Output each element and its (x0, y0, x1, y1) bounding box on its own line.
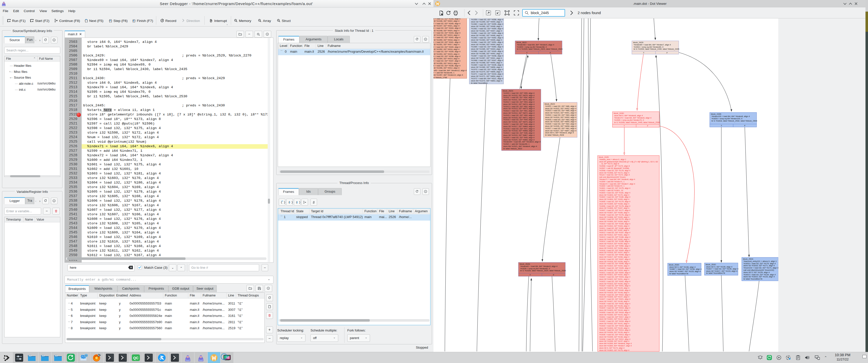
svg-text:block_2430:: block_2430: (614, 112, 624, 115)
svg-text:store i32 %1523, i32* %901, al: store i32 %1523, i32* %901, align 4 (545, 112, 577, 114)
svg-text:%1615 = load i32, i32* %950, a: %1615 = load i32, i32* %950, align 4 (599, 245, 630, 247)
svg-text:store i32 %1628, i32* %145, al: store i32 %1628, i32* %145, align 4 (599, 305, 629, 307)
svg-text:block_2623:: block_2623: (503, 90, 514, 92)
svg-text:%index59 = load i64, i64* %ind: %index59 = load i64, i64* %index4, align… (503, 141, 540, 143)
svg-text:%1612 = load i32, i32* %167, a: %1612 = load i32, i32* %167, align 4 (599, 232, 630, 234)
svg-text:store i32 0, i32* %134, align: store i32 0, i32* %134, align 4 (744, 271, 770, 273)
svg-text:%1633 = load i32, i32* %915, a: %1633 = load i32, i32* %915, align 4 (599, 325, 630, 327)
svg-text:T: T (529, 274, 531, 276)
svg-text:br i1 %1816, label %block_2532: br i1 %1816, label %block_2532, label %b… (712, 120, 757, 122)
svg-text:%1362 = load i32, i32* %353, a: %1362 = load i32, i32* %353, align 4 (471, 32, 503, 34)
svg-text:store i32 %1635, i32* %138, al: store i32 %1635, i32* %138, align 4 (599, 336, 629, 338)
svg-text:%1594 = icmp eq i64 %index69,: %1594 = icmp eq i64 %index69, 0 (633, 46, 663, 48)
svg-text:store i32 %1605, i32* %168, al: store i32 %1605, i32* %168, align 4 (599, 203, 629, 205)
svg-text:store i32 %1610, i32* %163, al: store i32 %1610, i32* %163, align 4 (599, 225, 629, 227)
svg-text:%1627 = load i32, i32* %921, a: %1627 = load i32, i32* %921, align 4 (599, 298, 630, 300)
svg-text:%1519 = load i32, i32* %46, al: %1519 = load i32, i32* %46, align 4 (503, 132, 534, 134)
svg-text:block_2504:: block_2504: (743, 258, 753, 260)
svg-text:%1819 = load i32, i32* %134, a: %1819 = load i32, i32* %134, align 4 (744, 273, 776, 276)
svg-text:store i32 %1512, i32* %874, al: store i32 %1512, i32* %874, align 4 (503, 103, 534, 105)
svg-text:br i1 %1594, label %block_2430: br i1 %1594, label %block_2430, label %b… (633, 48, 680, 50)
svg-text:store i32 %1627, i32* %146, al: store i32 %1627, i32* %146, align 4 (599, 300, 629, 303)
svg-text:%1619 = load i32, i32* %946, a: %1619 = load i32, i32* %946, align 4 (599, 263, 630, 265)
svg-text:store i32 %1519, i32* %867, al: store i32 %1519, i32* %867, align 4 (503, 134, 534, 137)
svg-text:%1359 = load i32, i32* %356, a: %1359 = load i32, i32* %356, align 4 (471, 19, 503, 21)
svg-text:store i32 %1612, i32* %161, al: store i32 %1612, i32* %161, align 4 (599, 234, 629, 236)
svg-text:%1629 = load i32, i32* %919, a: %1629 = load i32, i32* %919, align 4 (599, 307, 630, 309)
svg-text:store i32 %1522, i32* %902, al: store i32 %1522, i32* %902, align 4 (545, 108, 577, 110)
svg-text:store i32 %1598, i32* %172, al: store i32 %1598, i32* %172, align 4 (599, 172, 629, 174)
svg-text:store i32 %1514, i32* %872, al: store i32 %1514, i32* %872, align 4 (503, 112, 534, 114)
svg-text:%index100 = load i64, i64* %in: %index100 = load i64, i64* %index6, alig… (712, 115, 750, 118)
svg-text:br label %block_2628: br label %block_2628 (545, 134, 564, 136)
svg-text:%index62 = load i64, i64* %ind: %index62 = load i64, i64* %index3, align… (520, 265, 558, 268)
svg-text:%1516 = load i32, i32* %49, al: %1516 = load i32, i32* %49, align 4 (503, 119, 534, 121)
svg-text:%1604 = load i32, i32* %180, a: %1604 = load i32, i32* %180, align 4 (599, 196, 630, 198)
svg-text:%1601 = load i32, i32* %175, a: %1601 = load i32, i32* %175, align 4 (599, 187, 630, 189)
svg-text:store i32 %1609, i32* %164, al: store i32 %1609, i32* %164, align 4 (599, 220, 629, 222)
svg-text:store i32 %1603, i32* %170, al: store i32 %1603, i32* %170, align 4 (599, 194, 629, 196)
svg-text:store i32 %1527, i32* %897, al: store i32 %1527, i32* %897, align 4 (545, 129, 577, 132)
svg-text:store i32 %1606, i32* %167, al: store i32 %1606, i32* %167, align 4 (599, 207, 629, 209)
svg-text:%1509 = icmp eq i64 %index58,: %1509 = icmp eq i64 %index58, 0 (517, 46, 547, 48)
svg-text:store i32 %1525, i32* %899, al: store i32 %1525, i32* %899, align 4 (545, 121, 577, 123)
svg-text:%1624 = load i32, i32* %941, a: %1624 = load i32, i32* %941, align 4 (599, 284, 630, 287)
svg-text:store i32 %1625, i32* %148, al: store i32 %1625, i32* %148, align 4 (599, 292, 629, 294)
svg-text:{ }: { } (296, 201, 301, 204)
svg-text:call void @printnum(i32 %num): call void @printnum(i32 %num) (599, 176, 626, 178)
svg-text:F: F (550, 52, 551, 54)
svg-text:block_2622:: block_2622: (517, 41, 527, 43)
svg-text:%1631 = load i32, i32* %917, a: %1631 = load i32, i32* %917, align 4 (599, 316, 630, 318)
svg-text:store i32 %1611, i32* %162, al: store i32 %1611, i32* %162, align 4 (599, 229, 629, 232)
svg-text:store i64 %1600, i64* %index7,: store i64 %1600, i64* %index7, align 4 (599, 344, 631, 347)
svg-text:store i32 %1517, i32* %869, al: store i32 %1517, i32* %869, align 4 (503, 125, 534, 127)
svg-text:store i32 %1622, i32* %151, al: store i32 %1622, i32* %151, align 4 (599, 278, 629, 280)
svg-text:%1514 = load i32, i32* %51, al: %1514 = load i32, i32* %51, align 4 (503, 110, 534, 112)
svg-text:store i32 %1636, i32* %137, al: store i32 %1636, i32* %137, align 4 (599, 340, 629, 342)
svg-text:store i32 %1368, i32* %940, al: store i32 %1368, i32* %940, align 4 (471, 61, 502, 64)
svg-text:F: F (666, 52, 668, 54)
svg-text:store i32 %1363, i32* %945, al: store i32 %1363, i32* %945, align 4 (471, 39, 502, 41)
svg-text:store i32 %1624, i32* %149, al: store i32 %1624, i32* %149, align 4 (599, 287, 629, 289)
svg-text:%1818 = load i32, i32* %175, a: %1818 = load i32, i32* %175, align 4 (744, 263, 776, 265)
svg-text:%second_entry101 = alloca i1,: %second_entry101 = alloca i1, align 1 (744, 260, 777, 263)
svg-text:store i32 %1361, i32* %947, al: store i32 %1361, i32* %947, align 4 (471, 30, 502, 32)
svg-text:%1602 = add i32 %1601, 10: %1602 = add i32 %1601, 10 (599, 189, 623, 191)
svg-text:store i32 %1629, i32* %144, al: store i32 %1629, i32* %144, align 4 (599, 309, 629, 311)
svg-text:QC: QC (133, 356, 138, 360)
svg-text:}: } (134, 19, 135, 23)
svg-text:br i1 %1509, label %block_2623: br i1 %1509, label %block_2623, label %b… (517, 48, 563, 50)
svg-text:store i32 %1524, i32* %900, al: store i32 %1524, i32* %900, align 4 (545, 116, 577, 119)
svg-text:%1526 = load i32, i32* %82, al: %1526 = load i32, i32* %82, align 4 (545, 123, 577, 125)
svg-text:T: T (526, 52, 527, 54)
svg-text:%1618 = load i32, i32* %947, a: %1618 = load i32, i32* %947, align 4 (599, 258, 630, 261)
svg-text:br label %condition78: br label %condition78 (744, 278, 763, 280)
svg-text:store i32 %1520, i32* %866, al: store i32 %1520, i32* %866, align 4 (503, 139, 534, 141)
svg-text:%1625 = load i32, i32* %940, a: %1625 = load i32, i32* %940, align 4 (599, 289, 630, 292)
svg-text:%1626 = load i32, i32* %922, a: %1626 = load i32, i32* %922, align 4 (599, 294, 630, 296)
svg-text:%1370 = load i32, i32* %334, a: %1370 = load i32, i32* %334, align 4 (471, 68, 503, 70)
svg-text:store i64 %1372, i64* %853, al: store i64 %1372, i64* %853, align 4 (471, 80, 502, 82)
svg-text:store i32 %1623, i32* %150, al: store i32 %1623, i32* %150, align 4 (599, 282, 629, 285)
svg-text:%1611 = load i32, i32* %168, a: %1611 = load i32, i32* %168, align 4 (599, 227, 630, 230)
svg-text:%1527 = load i32, i32* %81, al: %1527 = load i32, i32* %81, align 4 (545, 127, 577, 129)
svg-text:%1510 = load i32, i32* %55, al: %1510 = load i32, i32* %55, align 4 (503, 92, 534, 94)
svg-text:store i32 %1818, i32* %171, al: store i32 %1818, i32* %171, align 4 (744, 265, 775, 267)
svg-text:block_2628:: block_2628: (520, 263, 530, 265)
svg-text:store i32 %1515, i32* %871, al: store i32 %1515, i32* %871, align 4 (503, 117, 534, 119)
svg-text:store i32 %1513, i32* %873, al: store i32 %1513, i32* %873, align 4 (503, 108, 534, 110)
svg-text:store i32 %1370, i32* %895, al: store i32 %1370, i32* %895, align 4 (471, 70, 502, 73)
svg-text:%1368 = load i32, i32* %347, a: %1368 = load i32, i32* %347, align 4 (471, 59, 503, 61)
svg-text:%1667 = load i32, i32* %136, a: %1667 = load i32, i32* %136, align 4 (670, 268, 702, 270)
svg-text:%1632 = load i32, i32* %916, a: %1632 = load i32, i32* %916, align 4 (599, 320, 630, 323)
svg-text:%1360 = load i32, i32* %355, a: %1360 = load i32, i32* %355, align 4 (471, 23, 503, 25)
svg-text:F: F (553, 274, 554, 276)
svg-text:%1598 = load i32, i32* %175, a: %1598 = load i32, i32* %175, align 4 (599, 170, 630, 172)
svg-text:%1517 = load i32, i32* %48, al: %1517 = load i32, i32* %48, align 4 (503, 123, 534, 125)
svg-text:store i32 %1364, i32* %944, al: store i32 %1364, i32* %944, align 4 (471, 43, 502, 46)
svg-text:%1603 = load i32, i32* %181, a: %1603 = load i32, i32* %181, align 4 (599, 191, 630, 194)
svg-text:%1511 = load i32, i32* %54, al: %1511 = load i32, i32* %54, align 4 (503, 96, 534, 98)
svg-text:%1364 = load i32, i32* %351, a: %1364 = load i32, i32* %351, align 4 (471, 41, 503, 43)
svg-text:store i64 %1521, i64* %index4,: store i64 %1521, i64* %index4, align 4 (503, 145, 537, 148)
svg-text:store i32 %1511, i32* %875, al: store i32 %1511, i32* %875, align 4 (503, 98, 534, 101)
